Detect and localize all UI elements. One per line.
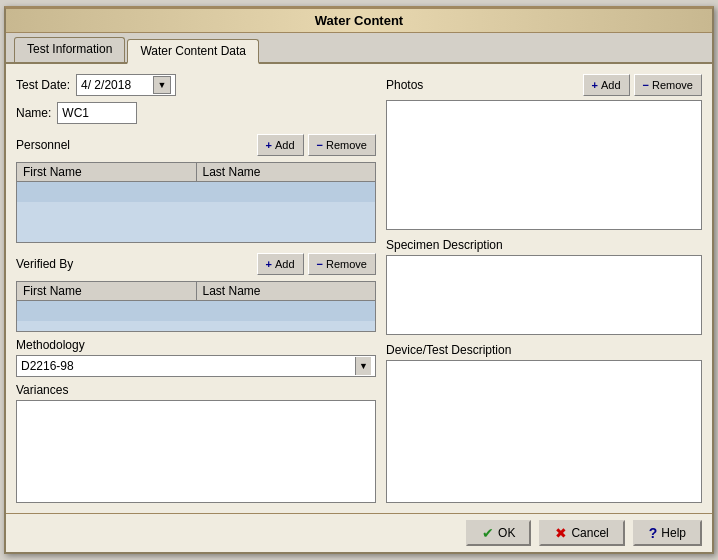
photos-add-button[interactable]: + Add bbox=[583, 74, 630, 96]
photos-section: Photos + Add − Remove bbox=[386, 74, 702, 230]
photos-btn-group: + Add − Remove bbox=[583, 74, 702, 96]
verified-by-header: Verified By + Add − Remove bbox=[16, 253, 376, 275]
specimen-label: Specimen Description bbox=[386, 238, 702, 252]
tab-water-content-data[interactable]: Water Content Data bbox=[127, 39, 259, 64]
test-date-label: Test Date: bbox=[16, 78, 70, 92]
variances-textarea[interactable] bbox=[16, 400, 376, 503]
verified-btn-group: + Add − Remove bbox=[257, 253, 376, 275]
date-dropdown-button[interactable]: ▼ bbox=[153, 76, 171, 94]
main-content: Test Date: 4/ 2/2018 ▼ Name: Personnel +… bbox=[6, 64, 712, 513]
device-section: Device/Test Description bbox=[386, 343, 702, 503]
photos-header: Photos + Add − Remove bbox=[386, 74, 702, 96]
tab-test-information[interactable]: Test Information bbox=[14, 37, 125, 62]
personnel-grid: First Name Last Name bbox=[16, 162, 376, 243]
personnel-add-button[interactable]: + Add bbox=[257, 134, 304, 156]
title-bar: Water Content bbox=[6, 9, 712, 33]
specimen-section: Specimen Description bbox=[386, 238, 702, 335]
device-box[interactable] bbox=[386, 360, 702, 503]
help-question-icon: ? bbox=[649, 525, 658, 541]
window-title: Water Content bbox=[315, 13, 403, 28]
personnel-header: Personnel + Add − Remove bbox=[16, 134, 376, 156]
cancel-button[interactable]: ✖ Cancel bbox=[539, 520, 624, 546]
personnel-last-name-col: Last Name bbox=[197, 163, 376, 181]
specimen-box[interactable] bbox=[386, 255, 702, 335]
methodology-select[interactable]: D2216-98 ▼ bbox=[16, 355, 376, 377]
help-button[interactable]: ? Help bbox=[633, 520, 702, 546]
help-label: Help bbox=[661, 526, 686, 540]
right-panel: Photos + Add − Remove bbox=[386, 74, 702, 503]
personnel-btn-group: + Add − Remove bbox=[257, 134, 376, 156]
ok-check-icon: ✔ bbox=[482, 525, 494, 541]
photos-remove-button[interactable]: − Remove bbox=[634, 74, 702, 96]
variances-section: Variances bbox=[16, 383, 376, 503]
verified-remove-button[interactable]: − Remove bbox=[308, 253, 376, 275]
verified-first-name-col: First Name bbox=[17, 282, 197, 300]
photos-box bbox=[386, 100, 702, 230]
test-date-row: Test Date: 4/ 2/2018 ▼ bbox=[16, 74, 376, 96]
verified-last-name-col: Last Name bbox=[197, 282, 376, 300]
verified-grid: First Name Last Name bbox=[16, 281, 376, 332]
variances-label: Variances bbox=[16, 383, 376, 397]
personnel-selected-row[interactable] bbox=[17, 182, 375, 202]
name-input[interactable] bbox=[57, 102, 137, 124]
name-label: Name: bbox=[16, 106, 51, 120]
verified-by-label: Verified By bbox=[16, 257, 73, 271]
verified-selected-row[interactable] bbox=[17, 301, 375, 321]
personnel-grid-body[interactable] bbox=[17, 182, 375, 242]
photos-label: Photos bbox=[386, 78, 423, 92]
personnel-grid-header: First Name Last Name bbox=[17, 163, 375, 182]
left-panel: Test Date: 4/ 2/2018 ▼ Name: Personnel +… bbox=[16, 74, 376, 503]
methodology-section: Methodology D2216-98 ▼ bbox=[16, 338, 376, 377]
personnel-first-name-col: First Name bbox=[17, 163, 197, 181]
verified-add-button[interactable]: + Add bbox=[257, 253, 304, 275]
verified-grid-header: First Name Last Name bbox=[17, 282, 375, 301]
personnel-label: Personnel bbox=[16, 138, 70, 152]
ok-label: OK bbox=[498, 526, 515, 540]
personnel-remove-button[interactable]: − Remove bbox=[308, 134, 376, 156]
test-date-input[interactable]: 4/ 2/2018 ▼ bbox=[76, 74, 176, 96]
methodology-dropdown-arrow[interactable]: ▼ bbox=[355, 357, 371, 375]
name-row: Name: bbox=[16, 102, 376, 124]
tab-bar: Test Information Water Content Data bbox=[6, 33, 712, 64]
cancel-x-icon: ✖ bbox=[555, 525, 567, 541]
footer: ✔ OK ✖ Cancel ? Help bbox=[6, 513, 712, 552]
ok-button[interactable]: ✔ OK bbox=[466, 520, 531, 546]
methodology-label: Methodology bbox=[16, 338, 376, 352]
main-window: Water Content Test Information Water Con… bbox=[4, 6, 714, 554]
verified-grid-body[interactable] bbox=[17, 301, 375, 331]
device-label: Device/Test Description bbox=[386, 343, 702, 357]
cancel-label: Cancel bbox=[571, 526, 608, 540]
